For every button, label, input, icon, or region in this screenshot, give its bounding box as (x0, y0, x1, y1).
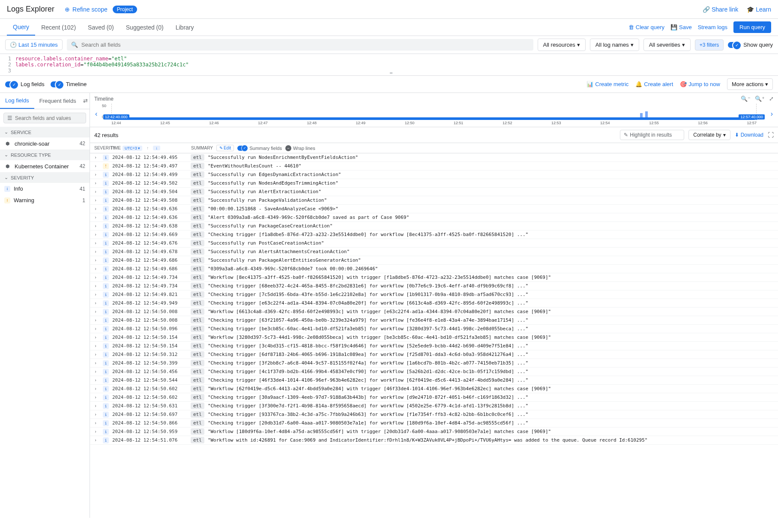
log-row[interactable]: ›i2024-08-12 12:54:50.602etl"Workflow [6… (90, 385, 778, 393)
log-row[interactable]: ›i2024-08-12 12:54:49.499etl"Successfull… (90, 170, 778, 179)
swap-panels-icon[interactable]: ⇄ (83, 98, 88, 104)
log-row[interactable]: ›i2024-08-12 12:54:50.008etl"Checking tr… (90, 316, 778, 325)
log-row[interactable]: ›i2024-08-12 12:54:49.676etl"Successfull… (90, 239, 778, 248)
show-query-toggle[interactable]: Show query (728, 42, 773, 48)
tab-recent[interactable]: Recent (102) (35, 20, 82, 35)
zoom-out-icon[interactable]: 🔍⁻ (741, 96, 751, 102)
expand-row-icon[interactable]: › (94, 438, 99, 442)
expand-row-icon[interactable]: › (94, 206, 99, 211)
expand-row-icon[interactable]: › (94, 292, 99, 297)
expand-row-icon[interactable]: › (94, 275, 99, 280)
correlate-dropdown[interactable]: Correlate by▾ (688, 130, 730, 140)
log-fields-toggle[interactable]: Log fields (5, 81, 45, 87)
resources-dropdown[interactable]: All resources▾ (538, 39, 586, 51)
log-row[interactable]: ›i2024-08-12 12:54:50.544etl"Checking tr… (90, 376, 778, 385)
range-slider[interactable] (112, 117, 756, 120)
run-query-button[interactable]: Run query (733, 21, 771, 33)
expand-row-icon[interactable]: › (94, 403, 99, 408)
log-row[interactable]: ›i2024-08-12 12:54:49.821etl"Checking tr… (90, 290, 778, 299)
highlight-input[interactable]: ✎Highlight in results (620, 130, 684, 140)
time-range-picker[interactable]: 🕑 Last 15 minutes (5, 39, 63, 50)
refine-scope-button[interactable]: ⊕ Refine scope Project (65, 6, 137, 13)
chart-prev-button[interactable]: ‹ (95, 110, 97, 118)
expand-row-icon[interactable]: › (94, 386, 99, 391)
sidebar-search-input[interactable] (15, 115, 82, 121)
timezone-badge[interactable]: UTC+3 ▾ (123, 146, 142, 151)
expand-row-icon[interactable]: › (94, 172, 99, 177)
sidebar-search[interactable]: ☰ (3, 113, 86, 123)
sidebar-section-header[interactable]: ⌄RESOURCE TYPE (0, 149, 90, 160)
log-row[interactable]: ›i2024-08-12 12:54:49.638etl"Successfull… (90, 222, 778, 230)
log-row[interactable]: ›i2024-08-12 12:54:49.669etl"Checking tr… (90, 230, 778, 239)
sidebar-tab-frequent[interactable]: Frequent fields (34, 93, 81, 108)
expand-row-icon[interactable]: › (94, 155, 99, 160)
expand-row-icon[interactable]: › (94, 241, 99, 245)
log-row[interactable]: ›i2024-08-12 12:54:50.399etl"Checking tr… (90, 359, 778, 368)
summary-fields-toggle[interactable]: Summary fields (237, 146, 282, 151)
log-row[interactable]: ›i2024-08-12 12:54:49.734etl"Workflow [8… (90, 273, 778, 282)
log-row[interactable]: ›i2024-08-12 12:54:49.636etl"00:00:00.12… (90, 205, 778, 213)
tab-suggested[interactable]: Suggested (0) (120, 20, 170, 35)
log-row[interactable]: ›i2024-08-12 12:54:49.734etl"Checking tr… (90, 282, 778, 290)
learn-button[interactable]: 🎓Learn (747, 6, 771, 13)
log-row[interactable]: ›i2024-08-12 12:54:49.502etl"Successfull… (90, 179, 778, 188)
log-row[interactable]: ›i2024-08-12 12:54:50.631etl"Checking tr… (90, 402, 778, 410)
log-row[interactable]: ›i2024-08-12 12:54:51.076etl"Workflow wi… (90, 436, 778, 445)
log-row[interactable]: ›!2024-08-12 12:54:49.497etl"EventWithou… (90, 162, 778, 170)
timeline-chart[interactable]: ‹ › 50 0 12:42:40.000 12:57:40.000 12:44… (103, 104, 765, 125)
log-row[interactable]: ›i2024-08-12 12:54:49.508etl"Successfull… (90, 196, 778, 205)
sidebar-item[interactable]: !Warning1 (0, 194, 90, 206)
expand-row-icon[interactable]: › (94, 344, 99, 348)
sort-desc-icon[interactable]: ↓ (153, 146, 160, 150)
sidebar-section-header[interactable]: ⌄SERVICE (0, 127, 90, 137)
expand-row-icon[interactable]: › (94, 326, 99, 331)
stream-logs-button[interactable]: Stream logs (698, 24, 727, 30)
log-row[interactable]: ›i2024-08-12 12:54:49.949etl"Checking tr… (90, 299, 778, 308)
save-button[interactable]: 💾Save (670, 24, 692, 30)
severities-dropdown[interactable]: All severities▾ (643, 39, 691, 51)
download-button[interactable]: ⬇Download (735, 132, 763, 138)
tab-library[interactable]: Library (170, 20, 200, 35)
log-row[interactable]: ›i2024-08-12 12:54:50.456etl"Checking tr… (90, 368, 778, 376)
log-row[interactable]: ›i2024-08-12 12:54:50.312etl"Checking tr… (90, 350, 778, 359)
expand-row-icon[interactable]: › (94, 429, 99, 434)
lognames-dropdown[interactable]: All log names▾ (590, 39, 639, 51)
create-alert-button[interactable]: 🔔Create alert (635, 81, 673, 87)
log-row[interactable]: ›i2024-08-12 12:54:49.678etl"Successfull… (90, 248, 778, 256)
expand-row-icon[interactable]: › (94, 421, 99, 425)
expand-row-icon[interactable]: › (94, 352, 99, 357)
log-row[interactable]: ›i2024-08-12 12:54:50.602etl"Checking tr… (90, 393, 778, 402)
expand-row-icon[interactable]: › (94, 309, 99, 314)
zoom-in-icon[interactable]: 🔍⁺ (755, 96, 765, 102)
log-row[interactable]: ›i2024-08-12 12:54:50.154etl"Workflow [3… (90, 333, 778, 342)
expand-row-icon[interactable]: › (94, 284, 99, 288)
resize-handle[interactable]: ═ (389, 70, 393, 76)
log-row[interactable]: ›i2024-08-12 12:54:50.008etl"Workflow [6… (90, 308, 778, 316)
expand-row-icon[interactable]: › (94, 198, 99, 203)
chart-next-button[interactable]: › (771, 110, 773, 118)
expand-row-icon[interactable]: › (94, 224, 99, 228)
expand-row-icon[interactable]: › (94, 258, 99, 263)
expand-row-icon[interactable]: › (94, 412, 99, 417)
search-input[interactable] (81, 42, 529, 48)
expand-row-icon[interactable]: › (94, 249, 99, 254)
fullscreen-icon[interactable]: ⛶ (768, 132, 774, 138)
log-rows-list[interactable]: ›i2024-08-12 12:54:49.495etl"Successfull… (90, 153, 778, 518)
sidebar-item[interactable]: ⬢Kubernetes Container42 (0, 160, 90, 172)
expand-row-icon[interactable]: › (94, 266, 99, 271)
create-metric-button[interactable]: 📊Create metric (586, 81, 628, 87)
log-row[interactable]: ›i2024-08-12 12:54:50.866etl"Checking tr… (90, 419, 778, 427)
expand-row-icon[interactable]: › (94, 361, 99, 365)
sidebar-tab-log-fields[interactable]: Log fields (0, 93, 34, 109)
expand-row-icon[interactable]: › (94, 335, 99, 340)
sidebar-section-header[interactable]: ⌄SEVERITY (0, 172, 90, 183)
expand-row-icon[interactable]: › (94, 215, 99, 220)
sidebar-item[interactable]: ⬢chronicle-soar42 (0, 137, 90, 149)
log-row[interactable]: ›i2024-08-12 12:54:49.686etl"Successfull… (90, 256, 778, 265)
edit-summary-button[interactable]: ✎Edit (216, 145, 234, 151)
share-link-button[interactable]: 🔗Share link (703, 6, 738, 13)
log-row[interactable]: ›i2024-08-12 12:54:50.096etl"Checking tr… (90, 325, 778, 333)
expand-icon[interactable]: ⤢ (769, 96, 774, 102)
expand-row-icon[interactable]: › (94, 395, 99, 400)
expand-row-icon[interactable]: › (94, 181, 99, 185)
